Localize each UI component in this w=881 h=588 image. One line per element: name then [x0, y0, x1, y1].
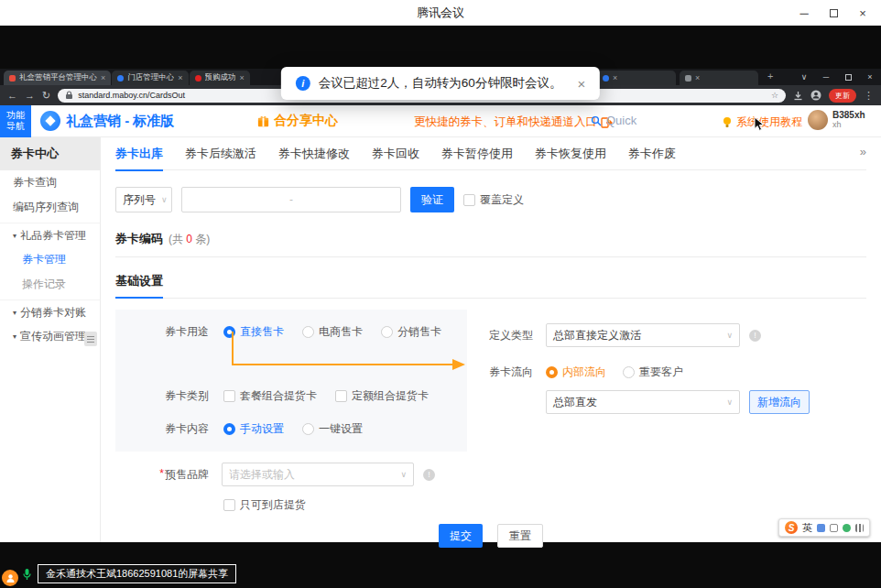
back-icon[interactable]: ←	[7, 90, 17, 101]
store-only-checkbox[interactable]: 只可到店提货	[223, 497, 306, 513]
sidebar-item-op-log[interactable]: 操作记录	[0, 272, 100, 297]
override-checkbox[interactable]: 覆盖定义	[463, 192, 524, 208]
checkbox-fixed-card[interactable]: 定额组合提货卡	[335, 388, 429, 404]
serial-type-select[interactable]: 序列号 ∨	[115, 187, 172, 212]
radio-dist-sale[interactable]: 分销售卡	[381, 324, 441, 340]
flow-select[interactable]: 总部直发 ∨	[546, 390, 740, 414]
tab-label: 券卡暂停使用	[441, 146, 513, 162]
func-nav-button[interactable]: 功能 导航	[0, 105, 31, 137]
browser-close-button[interactable]: ×	[859, 69, 881, 85]
meeting-title: 腾讯会议	[417, 5, 464, 21]
browser-menu-icon[interactable]: ⋮	[864, 90, 874, 102]
browser-minimize-button[interactable]: ─	[815, 69, 837, 85]
profile-icon[interactable]	[810, 90, 821, 101]
radio-internal-flow[interactable]: 内部流向	[546, 365, 606, 380]
screen-share-area: 礼盒营销平台管理中心 × 门店管理中心 × 预购成功 × ×	[0, 26, 881, 588]
radio-label: 直接售卡	[240, 324, 284, 340]
sidebar-item-label: 分销券卡对账	[20, 305, 86, 321]
sidebar-item-code-seq-query[interactable]: 编码序列查询	[0, 195, 100, 220]
download-icon[interactable]	[793, 91, 803, 101]
radio-manual-set[interactable]: 手动设置	[223, 421, 284, 437]
bookmark-star-icon[interactable]: ☆	[771, 91, 778, 100]
update-button[interactable]: 更新	[829, 89, 856, 103]
minimize-button[interactable]: ─	[789, 0, 819, 26]
tab-search-icon[interactable]: ∨	[793, 69, 815, 85]
info-icon[interactable]: !	[749, 330, 761, 342]
serial-input[interactable]: -	[181, 187, 401, 212]
browser-tab-partial[interactable]: ×	[597, 71, 676, 85]
type-select-value: 总部直接定义激活	[553, 328, 641, 343]
ime-language-indicator[interactable]: 英	[802, 521, 812, 535]
tab-close-icon[interactable]: ×	[240, 73, 245, 82]
sidebar-item-card-query[interactable]: 券卡查询	[0, 170, 100, 195]
browser-tab-partial[interactable]: ×	[680, 71, 758, 85]
maximize-button[interactable]	[819, 0, 848, 26]
user-name-main: B385xh	[832, 110, 865, 120]
new-tab-button[interactable]: +	[767, 71, 773, 82]
add-flow-button[interactable]: 新增流向	[749, 390, 810, 414]
form-actions: 提交 重置	[115, 524, 866, 548]
sidebar-item-dist-reconcile[interactable]: ▾分销券卡对账	[0, 299, 100, 324]
sidebar-item-label: 操作记录	[22, 277, 66, 292]
ime-mic-icon[interactable]	[843, 524, 851, 532]
tab-card-void[interactable]: 券卡作废	[628, 137, 676, 170]
flow-select-value: 总部直发	[553, 395, 597, 410]
ime-keyboard-icon[interactable]	[830, 524, 838, 532]
flow-select-row: 总部直发 ∨ 新增流向	[546, 390, 810, 414]
user-box[interactable]: B385xh xh	[808, 110, 865, 130]
verify-button[interactable]: 验证	[410, 187, 454, 212]
tab-card-quick-edit[interactable]: 券卡快捷修改	[278, 137, 350, 170]
tab-close-icon[interactable]: ×	[178, 73, 182, 82]
chevron-down-icon: ∨	[726, 331, 733, 340]
main-panel: 券卡出库 券卡后续激活 券卡快捷修改 券卡回收 券卡暂停使用 券卡恢复使用 券卡…	[101, 137, 881, 542]
sidebar-collapse-handle[interactable]	[84, 332, 97, 346]
browser-maximize-button[interactable]	[837, 69, 859, 85]
radio-direct-sale[interactable]: 直接售卡	[223, 324, 284, 340]
checkbox-combo-card[interactable]: 套餐组合提货卡	[223, 388, 317, 404]
tab-card-out[interactable]: 券卡出库	[115, 137, 163, 170]
radio-icon	[546, 366, 558, 378]
share-center-link[interactable]: 合分享中心	[256, 113, 338, 129]
reset-button[interactable]: 重置	[497, 524, 543, 548]
codes-title: 券卡编码	[115, 231, 163, 247]
browser-tab[interactable]: 预购成功 ×	[190, 71, 250, 85]
forward-icon[interactable]: →	[25, 90, 35, 101]
ime-skin-icon[interactable]	[817, 524, 825, 532]
toast-close-icon[interactable]: ×	[577, 76, 585, 92]
ime-toolbox-icon[interactable]	[855, 524, 864, 532]
window-controls: ─ ×	[789, 0, 877, 26]
ime-toolbar[interactable]: S 英	[778, 518, 870, 537]
sogou-logo-icon[interactable]: S	[785, 521, 798, 534]
radio-vip-customer[interactable]: 重要客户	[623, 365, 683, 380]
tab-card-resume[interactable]: 券卡恢复使用	[535, 137, 606, 170]
tab-card-activate[interactable]: 券卡后续激活	[185, 137, 256, 170]
tab-close-icon[interactable]: ×	[613, 73, 617, 82]
checkbox-label: 套餐组合提货卡	[240, 388, 317, 404]
radio-onekey-set[interactable]: 一键设置	[302, 421, 363, 437]
promo-link[interactable]: 更快捷的券卡、订单和快递通道入口	[414, 114, 613, 130]
radio-ecom-sale[interactable]: 电商售卡	[302, 324, 363, 340]
sidebar-item-gift-card-mgmt[interactable]: ▾礼品券卡管理	[0, 223, 100, 247]
browser-tab[interactable]: 门店管理中心 ×	[112, 71, 188, 85]
presale-brand-label: *预售品牌	[152, 467, 209, 483]
info-icon[interactable]: !	[423, 469, 435, 481]
browser-tab-active[interactable]: 礼盒营销平台管理中心 ×	[4, 71, 111, 85]
sidebar-section-title: 券卡中心	[0, 137, 100, 170]
presale-brand-select[interactable]: 请选择或输入 ∨	[222, 463, 414, 486]
basic-settings-tab[interactable]: 基础设置	[115, 273, 163, 299]
tab-close-icon[interactable]: ×	[101, 73, 105, 82]
settings-panel: 券卡用途 直接售卡 电商售卡 分销售卡 券卡类别 套餐组合提货卡 定额组合提货卡…	[115, 310, 843, 452]
tab-card-pause[interactable]: 券卡暂停使用	[441, 137, 513, 170]
tab-close-icon[interactable]: ×	[695, 73, 700, 82]
close-button[interactable]: ×	[848, 0, 877, 26]
quick-search[interactable]: Quick	[591, 114, 636, 127]
screen-share-banner: 金禾通技术王斌18662591081的屏幕共享	[22, 564, 236, 583]
type-select[interactable]: 总部直接定义激活 ∨	[546, 323, 740, 347]
reload-icon[interactable]: ↻	[42, 90, 50, 102]
submit-button[interactable]: 提交	[439, 524, 483, 548]
brand: 礼盒营销 - 标准版	[40, 111, 174, 131]
tab-card-recycle[interactable]: 券卡回收	[372, 137, 419, 170]
collapse-chevrons-icon[interactable]: »	[860, 145, 866, 158]
sidebar-item-card-mgmt[interactable]: 券卡管理	[0, 247, 100, 272]
info-circle-icon: i	[296, 76, 310, 91]
